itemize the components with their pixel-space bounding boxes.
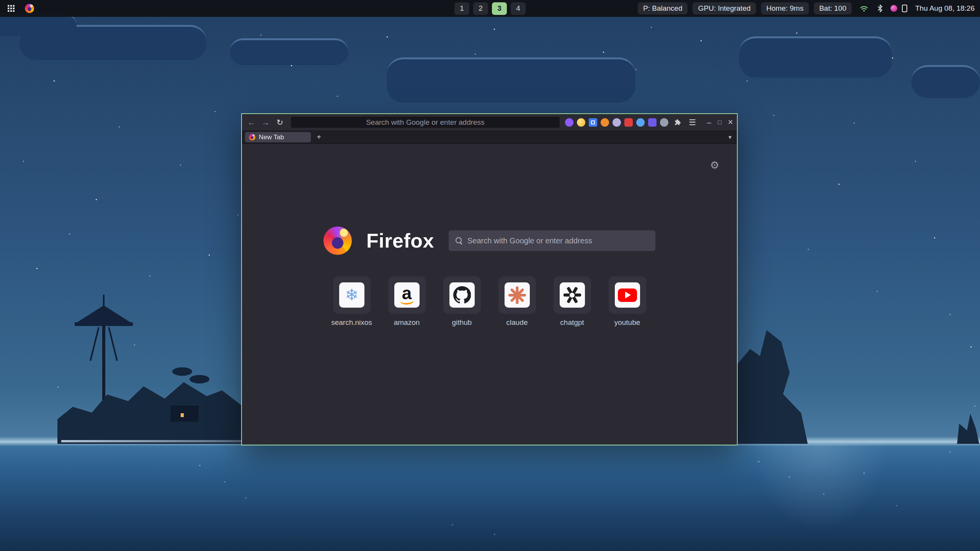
power-profile-module[interactable]: P: Balanced [638, 2, 688, 15]
firefox-logo [323, 227, 352, 255]
close-button[interactable]: × [728, 118, 733, 127]
tab-new-tab[interactable]: New Tab [245, 132, 311, 142]
extension-icon-1[interactable] [565, 118, 573, 127]
tile-card [554, 276, 591, 314]
personalize-gear-icon[interactable]: ⚙ [710, 159, 719, 171]
topbar-left [0, 3, 35, 14]
claude-starburst [508, 286, 526, 304]
system-tray [857, 3, 909, 14]
list-all-tabs-chevron-icon[interactable]: ▾ [728, 134, 732, 141]
cloud [911, 65, 980, 98]
maximize-button[interactable]: □ [718, 119, 722, 126]
new-tab-button[interactable]: + [314, 132, 324, 142]
search-icon [456, 237, 462, 244]
app-launcher-grid-icon[interactable] [5, 3, 17, 14]
extension-icon-8[interactable] [648, 118, 657, 127]
minimize-button[interactable]: – [707, 119, 711, 126]
firefox-wordmark: Firefox [366, 229, 434, 252]
tower-roof [76, 305, 131, 323]
tower-strut [108, 327, 118, 361]
youtube-play-button [618, 289, 637, 302]
forward-button[interactable]: → [260, 117, 271, 128]
extension-buttons: ☰ [565, 117, 698, 128]
palm-tree [189, 375, 209, 383]
tile-label: youtube [614, 318, 640, 327]
color-status-icon[interactable] [890, 5, 897, 12]
url-bar[interactable] [291, 116, 560, 128]
extension-icon-6[interactable] [624, 118, 633, 127]
tower-strut [90, 327, 100, 361]
newtab-search-input[interactable] [467, 230, 655, 251]
extension-icon-9[interactable] [660, 118, 668, 127]
shortcut-search-nixos[interactable]: ❄ search.nixos [333, 276, 371, 327]
snowflake-glyph: ❄ [345, 287, 358, 303]
battery-module[interactable]: Bat: 100 [814, 2, 852, 15]
shortcut-youtube[interactable]: youtube [609, 276, 646, 327]
extension-icon-4[interactable] [601, 118, 609, 127]
newtab-hero: Firefox [323, 227, 655, 255]
hut-window-light [181, 413, 184, 417]
tile-card: ❄ [333, 276, 371, 314]
topbar-right: P: Balanced GPU: Integrated Home: 9ms Ba… [638, 2, 980, 15]
shortcut-chatgpt[interactable]: chatgpt [554, 276, 591, 327]
display-device-icon[interactable] [902, 5, 907, 12]
latency-module[interactable]: Home: 9ms [761, 2, 809, 15]
amazon-icon: a [394, 282, 420, 308]
tab-title: New Tab [259, 134, 284, 141]
url-input[interactable] [291, 117, 560, 128]
tile-label: github [452, 318, 472, 327]
back-button[interactable]: ← [246, 117, 257, 128]
hut [170, 406, 199, 422]
newtab-main: Firefox ❄ search.nixos [242, 144, 737, 327]
shortcut-github[interactable]: github [443, 276, 481, 327]
cloud [739, 36, 892, 78]
island-left [57, 295, 249, 444]
tile-card [443, 276, 481, 314]
reload-icon: ↻ [276, 118, 283, 127]
newtab-page: ⚙ Firefox ❄ search.nixos [242, 144, 737, 445]
lit-shoreline [61, 440, 241, 442]
reload-button[interactable]: ↻ [274, 117, 286, 128]
youtube-icon [615, 282, 640, 308]
cloud [387, 57, 635, 103]
extension-icon-3[interactable] [589, 118, 597, 127]
wifi-icon[interactable] [858, 3, 870, 14]
github-octocat-mark [453, 286, 471, 304]
extension-icon-2[interactable] [577, 118, 585, 127]
clock: Thu Aug 08, 18:26 [914, 4, 975, 13]
amazon-a-glyph: a [402, 285, 412, 301]
tab-strip: New Tab + ▾ [242, 131, 737, 144]
chatgpt-icon [560, 282, 585, 308]
island-rocks [57, 362, 249, 444]
extension-icon-5[interactable] [612, 118, 621, 127]
workspace-3-active[interactable]: 3 [492, 2, 507, 15]
palm-tree [172, 367, 192, 376]
menu-button[interactable]: ☰ [687, 117, 698, 128]
shortcut-amazon[interactable]: a amazon [388, 276, 426, 327]
tile-label: amazon [394, 318, 420, 327]
firefox-logo-icon [25, 4, 34, 13]
workspace-switcher: 1 2 3 4 [454, 2, 526, 15]
tile-card: a [388, 276, 426, 314]
firefox-launcher-icon[interactable] [24, 3, 35, 14]
forward-icon: → [262, 118, 270, 127]
island-right [725, 325, 808, 444]
water-glow [750, 444, 888, 532]
extension-icon-7[interactable] [636, 118, 645, 127]
newtab-search-bar[interactable] [449, 230, 655, 251]
hamburger-icon: ☰ [689, 118, 696, 127]
workspace-1[interactable]: 1 [454, 2, 469, 15]
back-icon: ← [248, 118, 256, 127]
window-controls: – □ × [707, 118, 733, 127]
cloud [230, 38, 348, 65]
workspace-2[interactable]: 2 [473, 2, 488, 15]
amazon-smile-arrow [400, 300, 414, 305]
gpu-module[interactable]: GPU: Integrated [693, 2, 756, 15]
tile-card [498, 276, 536, 314]
extensions-puzzle-icon[interactable] [672, 117, 683, 128]
workspace-4[interactable]: 4 [511, 2, 526, 15]
tile-card [609, 276, 646, 314]
shortcut-claude[interactable]: claude [498, 276, 536, 327]
bluetooth-icon[interactable] [874, 3, 886, 14]
amazon-logo: a [400, 285, 414, 304]
